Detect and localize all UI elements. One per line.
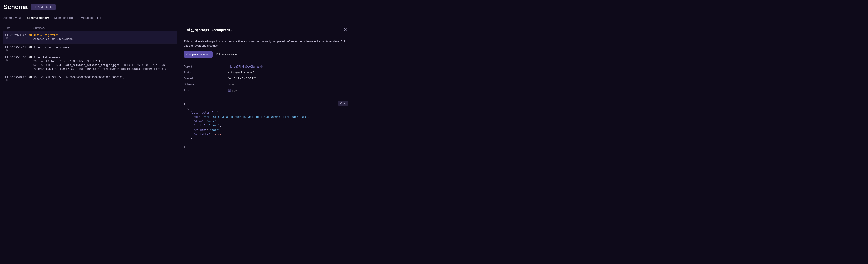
type-value: pgroll — [228, 88, 239, 92]
started-label: Started — [184, 77, 228, 80]
rollback-migration-button[interactable]: Rollback migration — [216, 53, 238, 56]
status-done-icon: ✓ — [29, 76, 32, 78]
history-panel: Date Summary Jul 10 12:45:48.07 PM●Activ… — [3, 25, 177, 153]
history-summary: SQL: CREATE SCHEMA "bb_00000000000000000… — [33, 76, 176, 79]
page-title: Schema — [3, 3, 28, 11]
status-value: Active (multi-version) — [228, 71, 254, 74]
history-row[interactable]: Jul 10 12:45:17.91 PM✓Added column users… — [3, 44, 177, 53]
tab-migration-errors[interactable]: Migration Errors — [55, 15, 75, 22]
add-table-button[interactable]: + Add a table — [31, 4, 56, 10]
history-date: Jul 10 12:45:48.07 PM — [4, 33, 29, 39]
tab-migration-editor[interactable]: Migration Editor — [81, 15, 101, 22]
history-summary: Added column users.name — [33, 46, 176, 49]
add-table-label: Add a table — [38, 5, 53, 9]
migration-id: mig_cq778qtlu0oe0bpredl0 — [184, 27, 235, 33]
history-row[interactable]: Jul 10 12:45:10.90 PM✓Added table users … — [3, 53, 177, 73]
page-header: Schema + Add a table — [3, 3, 351, 11]
status-label: Status — [184, 71, 228, 74]
close-icon[interactable] — [343, 27, 348, 33]
history-summary: Active migration Altered column users.na… — [33, 33, 176, 41]
svg-rect-0 — [228, 89, 231, 91]
column-header-summary: Summary — [33, 27, 176, 30]
pgroll-icon — [228, 88, 231, 92]
history-summary: Added table users SQL: ALTER TABLE "user… — [33, 55, 176, 71]
parent-label: Parent — [184, 65, 228, 68]
code-block: [ { "alter_column": { "up": "(SELECT CAS… — [184, 102, 348, 150]
history-date: Jul 10 12:45:04.82 PM — [4, 76, 29, 81]
copy-button[interactable]: Copy — [338, 101, 348, 106]
column-header-date: Date — [4, 27, 29, 30]
schema-label: Schema — [184, 83, 228, 86]
history-header: Date Summary — [3, 25, 177, 31]
tab-schema-view[interactable]: Schema View — [3, 15, 21, 22]
tabs: Schema ViewSchema HistoryMigration Error… — [3, 15, 351, 22]
complete-migration-button[interactable]: Complete migration — [184, 51, 213, 57]
started-value: Jul 10 12:45:48.07 PM — [228, 77, 256, 80]
detail-panel: mig_cq778qtlu0oe0bpredl0 This pgroll ena… — [181, 25, 351, 153]
history-date: Jul 10 12:45:10.90 PM — [4, 55, 29, 61]
plus-icon: + — [34, 5, 36, 9]
migration-notice: This pgroll enabled migration is current… — [184, 39, 348, 48]
tab-schema-history[interactable]: Schema History — [27, 15, 49, 22]
history-date: Jul 10 12:45:17.91 PM — [4, 46, 29, 51]
parent-value[interactable]: mig_cq778jdlu0oe0bpredk0 — [228, 65, 263, 68]
code-section: Copy [ { "alter_column": { "up": "(SELEC… — [181, 99, 351, 153]
status-done-icon: ✓ — [29, 56, 32, 58]
status-active-icon: ● — [29, 33, 32, 36]
type-label: Type — [184, 88, 228, 92]
schema-value: public — [228, 83, 235, 86]
history-row[interactable]: Jul 10 12:45:48.07 PM●Active migration A… — [3, 31, 177, 44]
status-done-icon: ✓ — [29, 46, 32, 49]
history-row[interactable]: Jul 10 12:45:04.82 PM✓SQL: CREATE SCHEMA… — [3, 73, 177, 83]
